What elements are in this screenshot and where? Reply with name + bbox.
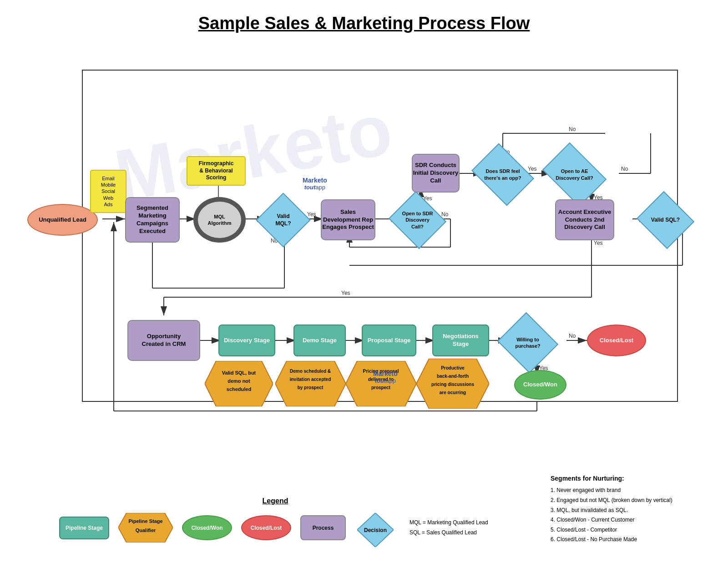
sdr-opp-shape: Does SDR feel there's an opp?	[478, 155, 528, 194]
svg-text:Qualifier: Qualifier	[136, 527, 156, 533]
open-sdr-call-shape: Open to SDR Discovery Call?	[396, 201, 439, 239]
nurturing-list-item: 2. Engaged but not MQL (broken down by v…	[551, 496, 705, 506]
ae-discovery-shape: Open to AE Discovery Call?	[548, 155, 601, 194]
demo-stage-shape: Demo Stage	[293, 325, 346, 356]
marketo-logo-2: Marketo toutapp	[373, 370, 398, 384]
svg-text:back-and-forth: back-and-forth	[437, 374, 469, 379]
discovery-stage-shape: Discovery Stage	[218, 325, 275, 356]
legend-closed-lost: Closed/Lost	[241, 515, 291, 540]
legend-pipeline-qualifier: Pipeline Stage Qualifier	[118, 513, 173, 543]
opportunity-crm-shape: Opportunity Created in CRM	[127, 320, 200, 361]
svg-text:invitation accepted: invitation accepted	[290, 377, 331, 382]
sdr-conducts-shape: SDR Conducts Initial Discovery Call	[412, 154, 460, 193]
svg-text:Valid SQL, but: Valid SQL, but	[222, 370, 256, 375]
valid-sql-shape: Valid SQL?	[644, 201, 687, 239]
svg-marker-54	[205, 361, 273, 406]
svg-text:demo not: demo not	[228, 378, 250, 384]
unqualified-lead-shape: Unqualified Lead	[27, 204, 98, 236]
willing-purchase-shape: Willing to purchase?	[505, 322, 551, 363]
hex-negotiations: Productive back-and-forth pricing discus…	[416, 359, 489, 409]
sdr-engages-shape: Sales Development Rep Engages Prospect	[321, 199, 375, 240]
closed-lost-main-shape: Closed/Lost	[587, 325, 646, 356]
nurturing-section: Segments for Nurturing: 1. Never engaged…	[551, 475, 705, 545]
main-diagram: Marketo Yes No Yes	[23, 42, 705, 416]
legend-process: Process	[300, 515, 346, 540]
svg-marker-58	[275, 361, 346, 406]
channels-shape: Email Mobile Social Web Ads	[90, 170, 126, 213]
legend-section: Legend Pipeline Stage Pipeline Stage Qua…	[59, 497, 491, 545]
marketo-logo-1: Marketo toutapp	[303, 177, 327, 191]
valid-mql-shape: Valid MQL?	[264, 201, 303, 239]
page-title: Sample Sales & Marketing Process Flow	[0, 0, 728, 42]
nurturing-list-item: 1. Never engaged with brand	[551, 486, 705, 496]
nurturing-list: 1. Never engaged with brand2. Engaged bu…	[551, 486, 705, 545]
legend-notes: MQL = Marketing Qualified Lead SQL = Sal…	[410, 518, 488, 538]
mql-algorithm-shape: MQL Algorithm	[193, 197, 246, 243]
legend-closed-won: Closed/Won	[182, 515, 232, 540]
svg-text:by prospect: by prospect	[298, 385, 324, 390]
nurturing-list-item: 3. MQL, but invalidated as SQL.	[551, 506, 705, 516]
svg-text:pricing discussions: pricing discussions	[431, 382, 474, 387]
scoring-shape: Firmographic & Behavioral Scoring	[187, 156, 246, 186]
nurturing-list-item: 5. Closed/Lost - Competitor	[551, 525, 705, 535]
legend-pipeline-stage: Pipeline Stage	[59, 517, 109, 539]
nurturing-title: Segments for Nurturing:	[551, 475, 705, 482]
svg-text:prospect: prospect	[371, 385, 391, 390]
proposal-stage-shape: Proposal Stage	[362, 325, 416, 356]
nurturing-list-item: 6. Closed/Lost - No Purchase Made	[551, 535, 705, 545]
svg-text:Productive: Productive	[441, 365, 465, 370]
closed-won-shape: Closed/Won	[514, 370, 566, 400]
svg-text:Pipeline Stage: Pipeline Stage	[128, 518, 162, 524]
negotiations-stage-shape: Negotiations Stage	[432, 325, 489, 356]
hex-demo: Demo scheduled & invitation accepted by …	[275, 361, 346, 406]
segmented-marketing-shape: Segmented Marketing Campaigns Executed	[125, 197, 180, 243]
legend-title: Legend	[59, 497, 491, 505]
svg-text:scheduled: scheduled	[227, 386, 251, 392]
legend-items: Pipeline Stage Pipeline Stage Qualifier …	[59, 511, 491, 545]
legend-decision: Decision	[355, 511, 391, 545]
ae-conducts-shape: Account Executive Conducts 2nd Discovery…	[555, 199, 614, 240]
svg-text:Demo scheduled &: Demo scheduled &	[290, 369, 331, 374]
svg-text:are ocurring: are ocurring	[440, 390, 466, 395]
hex-sql-no-demo: Valid SQL, but demo not scheduled	[205, 361, 273, 406]
nurturing-list-item: 4. Closed/Won - Current Customer	[551, 515, 705, 525]
svg-text:Decision: Decision	[364, 527, 387, 533]
